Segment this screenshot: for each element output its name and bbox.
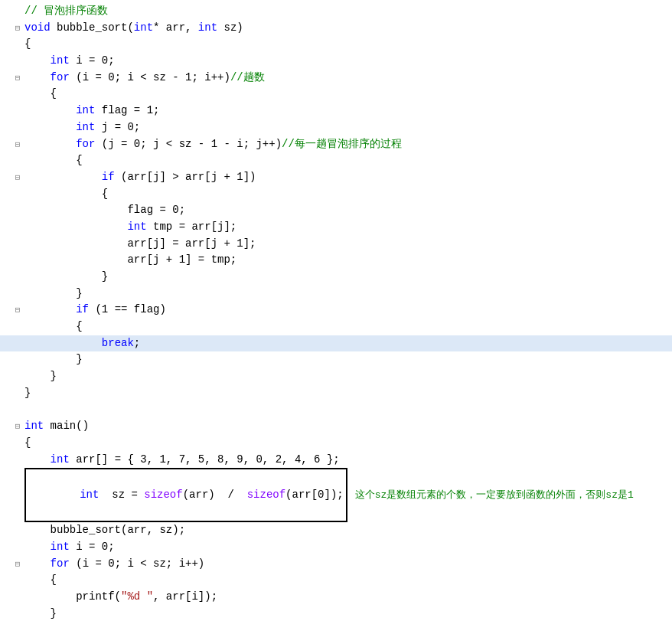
line-31: int i = 0;	[0, 539, 672, 556]
fold-26[interactable]: ⊟	[12, 420, 23, 433]
code-11: if (arr[j] > arr[j + 1])	[23, 169, 672, 186]
line-12: {	[0, 186, 672, 203]
line-18: }	[0, 286, 672, 302]
code-28: int arr[] = { 3, 1, 7, 5, 8, 9, 0, 2, 4,…	[23, 452, 672, 469]
code-30: bubble_sort(arr, sz);	[23, 522, 672, 539]
line-30: bubble_sort(arr, sz);	[0, 522, 672, 539]
code-26: int main()	[23, 418, 672, 435]
code-10: {	[23, 152, 672, 169]
line-29: int sz = sizeof(arr) / sizeof(arr[0]); 这…	[0, 468, 672, 522]
code-25	[23, 402, 672, 419]
line-16: arr[j + 1] = tmp;	[0, 252, 672, 269]
line-9: ⊟ for (j = 0; j < sz - 1 - i; j++)//每一趟冒…	[0, 136, 672, 153]
annotation-text: 这个sz是数组元素的个数，一定要放到函数的外面，否则sz是1	[355, 488, 634, 503]
code-5: for (i = 0; i < sz - 1; i++)//趟数	[23, 70, 672, 87]
code-35: }	[23, 606, 672, 621]
line-14: int tmp = arr[j];	[0, 219, 672, 236]
code-22: }	[23, 351, 672, 368]
line-35: }	[0, 606, 672, 621]
code-12: {	[23, 186, 672, 203]
line-25	[0, 402, 672, 419]
line-5: ⊟ for (i = 0; i < sz - 1; i++)//趟数	[0, 70, 672, 87]
line-4: int i = 0;	[0, 53, 672, 70]
line-13: flag = 0;	[0, 202, 672, 219]
code-6: {	[23, 86, 672, 103]
line-23: }	[0, 368, 672, 385]
line-24: }	[0, 385, 672, 402]
line-6: {	[0, 86, 672, 103]
line-32: ⊟ for (i = 0; i < sz; i++)	[0, 556, 672, 573]
fold-32[interactable]: ⊟	[12, 558, 23, 571]
code-2: void bubble_sort(int* arr, int sz)	[23, 20, 672, 37]
code-16: arr[j + 1] = tmp;	[23, 252, 672, 269]
line-21: break;	[0, 335, 672, 352]
line-27: {	[0, 435, 672, 452]
line-28: int arr[] = { 3, 1, 7, 5, 8, 9, 0, 2, 4,…	[0, 452, 672, 469]
fold-19[interactable]: ⊟	[12, 304, 23, 317]
fold-5[interactable]: ⊟	[12, 72, 23, 85]
line-19: ⊟ if (1 == flag)	[0, 302, 672, 319]
line-26: ⊟ int main()	[0, 418, 672, 435]
line-7: int flag = 1;	[0, 103, 672, 119]
code-15: arr[j] = arr[j + 1];	[23, 236, 672, 253]
line-15: arr[j] = arr[j + 1];	[0, 236, 672, 253]
code-7: int flag = 1;	[23, 103, 672, 119]
line-33: {	[0, 572, 672, 589]
code-14: int tmp = arr[j];	[23, 219, 672, 236]
line-11: ⊟ if (arr[j] > arr[j + 1])	[0, 169, 672, 186]
line-34: printf("%d ", arr[i]);	[0, 589, 672, 606]
code-4: int i = 0;	[23, 53, 672, 70]
fold-11[interactable]: ⊟	[12, 172, 23, 185]
line-2: ⊟ void bubble_sort(int* arr, int sz)	[0, 20, 672, 37]
fold-9[interactable]: ⊟	[12, 139, 23, 152]
code-13: flag = 0;	[23, 202, 672, 219]
line-20: {	[0, 319, 672, 335]
code-19: if (1 == flag)	[23, 302, 672, 319]
line-17: }	[0, 269, 672, 286]
code-21: break;	[23, 335, 672, 352]
highlighted-code-box: int sz = sizeof(arr) / sizeof(arr[0]);	[24, 468, 347, 522]
code-9: for (j = 0; j < sz - 1 - i; j++)//每一趟冒泡排…	[23, 136, 672, 153]
code-20: {	[23, 319, 672, 335]
line-3: {	[0, 36, 672, 53]
code-8: int j = 0;	[23, 119, 672, 136]
code-32: for (i = 0; i < sz; i++)	[23, 556, 672, 573]
code-17: }	[23, 269, 672, 286]
code-34: printf("%d ", arr[i]);	[23, 589, 672, 606]
line-10: {	[0, 152, 672, 169]
code-31: int i = 0;	[23, 539, 672, 556]
line-8: int j = 0;	[0, 119, 672, 136]
code-29: int sz = sizeof(arr) / sizeof(arr[0]); 这…	[23, 468, 672, 522]
code-container: // 冒泡排序函数 ⊟ void bubble_sort(int* arr, i…	[0, 0, 672, 621]
line-22: }	[0, 351, 672, 368]
code-3: {	[23, 36, 672, 53]
fold-2[interactable]: ⊟	[12, 22, 23, 35]
code-33: {	[23, 572, 672, 589]
code-27: {	[23, 435, 672, 452]
code-23: }	[23, 368, 672, 385]
code-1: // 冒泡排序函数	[23, 3, 672, 20]
code-18: }	[23, 286, 672, 302]
line-1: // 冒泡排序函数	[0, 3, 672, 20]
code-24: }	[23, 385, 672, 402]
